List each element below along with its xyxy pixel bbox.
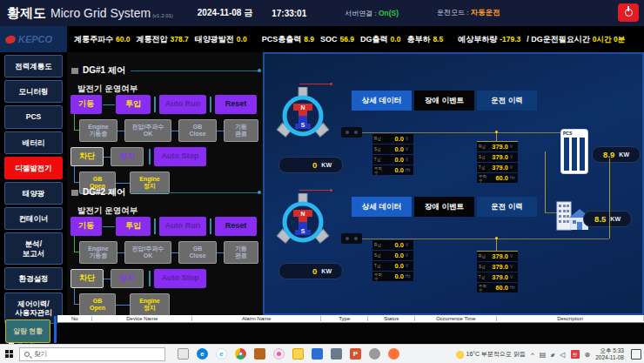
dg2-auto-run-button[interactable]: Auto Run [159,217,206,236]
sidebar-item-container[interactable]: 컨테이너 [4,207,63,230]
sidebar-item-diesel-generator[interactable]: 디젤발전기 [4,157,63,179]
dg1-auto-stop-button[interactable]: Auto Stop [154,147,206,166]
sidebar-item-solar[interactable]: 태양광 [4,182,63,205]
metric-dg-runtime-needed: / DG운전필요시간0시간 0분 [527,34,625,45]
start-button[interactable] [0,345,19,363]
bus-tick-line [496,133,497,141]
taskbar-clock[interactable]: 오후 5:33 2024-11-08 [595,347,624,361]
store-app-icon[interactable] [312,348,323,360]
settings-gear-icon[interactable] [369,348,380,360]
dg2-voltfreq-ok-status: 전압/주파수 OK [124,241,171,264]
col-occurrence-time: Occurrence Time [415,316,497,321]
dg1-start-button[interactable]: 기동 [70,95,102,114]
connector-line [171,131,178,131]
dg2-start-button[interactable]: 기동 [70,217,102,236]
svg-text:N: N [300,104,305,111]
dg1-auto-run-button[interactable]: Auto Run [159,95,206,114]
sidebar-item-battery[interactable]: 배터리 [4,131,63,154]
dg1-reset-button[interactable]: Reset [215,95,257,114]
sidebar-item-monitoring[interactable]: 모니터링 [4,80,63,103]
task-view-icon[interactable] [178,348,189,360]
tray-chevron-icon[interactable]: ^ [531,351,534,359]
dg1-close-button[interactable]: 투입 [116,95,151,114]
connector-line-red [299,190,331,191]
sidebar-item-pcs[interactable]: PCS [4,105,63,128]
network-icon[interactable]: ⸙ [551,351,554,359]
sidebar-item-power-diagram[interactable]: 전력계통도 [4,55,63,77]
server-connection: 서버연결 : On(S) [345,9,399,18]
divider [154,218,156,234]
dg2-bus-measurements: R상379.0V S상379.0V T상379.0V 주파수60.0Hz [477,251,518,293]
photos-icon[interactable] [273,348,285,360]
windows-icon [5,350,14,359]
pcs-icon: PCS [560,129,588,174]
section-square-icon [71,68,78,74]
dg2-subtitle: 발전기 운영여부 [77,205,263,217]
alarm-table: No Device Name Alarm Name Type Status Oc… [57,315,644,344]
file-explorer-icon[interactable] [292,348,304,360]
taskbar-search-input[interactable]: 찾기 [19,347,165,361]
dg2-auto-stop-button[interactable]: Auto Stop [154,269,206,288]
dg2-run-history-button[interactable]: 운전 이력 [477,197,537,217]
dg2-gb-close-status: GB Close [178,241,217,264]
dg1-trip-button[interactable]: 차단 [70,147,104,166]
dg2-reset-button[interactable]: Reset [215,217,257,236]
section-rule [131,71,259,71]
alarm-table-body[interactable] [57,323,644,343]
clipboard-app-icon[interactable] [254,348,265,360]
connector-line [103,226,115,227]
metric-pv-output: 태양광발전0.0 [195,34,247,45]
powerpoint-icon[interactable]: P [350,348,361,360]
connector-line [74,236,75,252]
dg1-stop-button[interactable]: 정지 [111,147,144,166]
dg2-close-button[interactable]: 투입 [116,217,151,236]
dg1-breaker-icon [341,127,362,138]
firefox-icon[interactable] [388,348,399,360]
version-label: (v1.2.01) [152,13,173,18]
tray-extra-icon[interactable]: ⊗ [585,351,591,359]
sidebar-item-env-settings[interactable]: 환경설정 [4,267,63,290]
keyboard-icon[interactable]: ▤ [540,351,547,359]
dg2-start-done-status: 기동 완료 [224,241,258,264]
alarm-status-button[interactable]: 알람 현황 [5,319,50,343]
notification-center-icon[interactable] [631,349,641,360]
operation-mode: 운전모드 : 자동운전 [437,8,500,18]
connector-line [117,131,124,131]
dg2-fault-event-button[interactable]: 장애 이벤트 [414,197,474,217]
dg1-detail-data-button[interactable]: 상세 데이터 [352,91,412,111]
divider [149,271,151,286]
divider [154,97,156,112]
col-device-name: Device Name [92,316,192,321]
dg2-stop-button[interactable]: 정지 [111,269,144,288]
connector-line [104,279,111,279]
dg1-run-history-button[interactable]: 운전 이력 [477,91,537,111]
chrome-icon[interactable] [235,348,246,360]
edge-icon[interactable]: e [197,348,208,360]
korean-ime-icon[interactable]: 한 [571,350,580,359]
sidebar-item-analysis-report[interactable]: 분석/ 보고서 [4,232,63,264]
dg2-detail-data-button[interactable]: 상세 데이터 [352,197,412,217]
search-placeholder: 찾기 [34,350,47,359]
dg2-output-pill: 0KW [278,263,343,279]
weather-widget[interactable]: 16°C 부분적으로 맑음 [456,350,527,359]
dg1-fault-event-button[interactable]: 장애 이벤트 [414,91,474,111]
kepco-logo-icon [4,34,17,44]
weather-text: 16°C 부분적으로 맑음 [466,350,527,359]
sidebar-nav: 전력계통도 모니터링 PCS 배터리 디젤발전기 태양광 컨테이너 분석/ 보고… [0,52,67,344]
kepco-logo-text: KEPCO [18,34,52,44]
connector-line [116,305,130,306]
dg2-section-header: DG#2 제어 [67,187,263,198]
windows-taskbar: 찾기 e e P 16°C 부분적으로 맑음 ^ ▤ ⸙ ◁ 한 [0,344,644,363]
dg2-engine-stop-status: Engine 정지 [130,293,170,316]
col-description: Description [497,316,644,321]
volume-icon[interactable]: ◁ [560,351,565,359]
dg2-trip-button[interactable]: 차단 [70,269,104,288]
divider [149,149,151,165]
connector-line [74,166,75,182]
ie-icon[interactable]: e [216,348,227,360]
power-button[interactable] [618,3,639,22]
dg2-breaker-icon [341,233,362,244]
calculator-icon[interactable] [331,348,342,360]
metrics-strip: 계통주파수60.0 계통전압378.7 태양광발전0.0 PCS총출력8.9 S… [67,26,644,52]
dg1-generator-icon: N S [275,87,331,143]
